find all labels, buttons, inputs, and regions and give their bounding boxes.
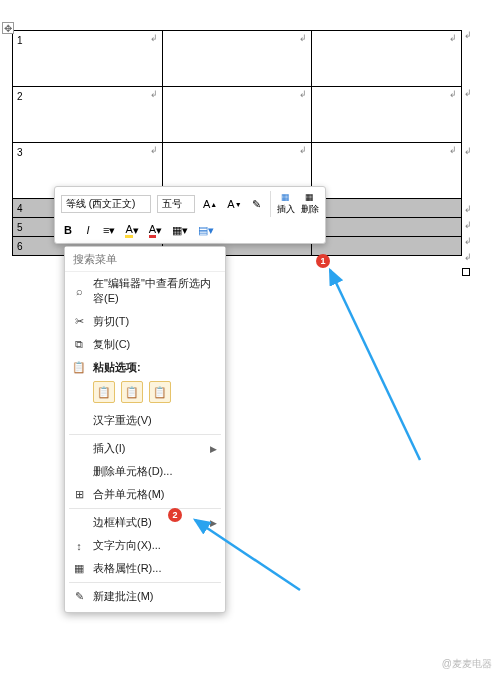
mini-toolbar: 等线 (西文正文) 五号 A▲ A▼ ✎ ▦ 插入 ▦ 删除 B I ≡▾ A▾… (54, 186, 326, 244)
para-mark-icon: ↲ (464, 88, 472, 98)
font-name-combo[interactable]: 等线 (西文正文) (61, 195, 151, 213)
paste-text-only[interactable]: 📋 (149, 381, 171, 403)
para-mark-icon: ↲ (464, 146, 472, 156)
search-icon: ⌕ (71, 285, 87, 297)
comment-icon: ✎ (71, 590, 87, 603)
para-mark-icon: ↲ (150, 33, 158, 43)
annotation-badge-2: 2 (168, 508, 182, 522)
menu-merge-cells[interactable]: ⊞ 合并单元格(M) (65, 483, 225, 506)
grow-font-button[interactable]: A▲ (201, 195, 219, 213)
scissors-icon: ✂ (71, 315, 87, 328)
cell-align-button[interactable]: ▤▾ (196, 221, 216, 239)
cell-number: 3 (17, 147, 23, 158)
para-mark-icon: ↲ (449, 145, 457, 155)
delete-button[interactable]: ▦ 删除 (301, 192, 319, 216)
insert-label: 插入 (277, 203, 295, 216)
para-mark-icon: ↲ (464, 252, 472, 262)
para-mark-icon: ↲ (464, 236, 472, 246)
para-mark-icon: ↲ (449, 33, 457, 43)
menu-separator (69, 508, 221, 509)
cell-number: 5 (17, 222, 23, 233)
svg-line-0 (330, 270, 420, 460)
menu-separator (69, 434, 221, 435)
para-mark-icon: ↲ (464, 220, 472, 230)
highlight-button[interactable]: A▾ (123, 221, 140, 239)
chevron-right-icon: ▶ (210, 518, 217, 528)
menu-border-style[interactable]: 边框样式(B) ▶ (65, 511, 225, 534)
para-mark-icon: ↲ (464, 30, 472, 40)
bold-button[interactable]: B (61, 221, 75, 239)
paste-merge-formatting[interactable]: 📋 (121, 381, 143, 403)
para-mark-icon: ↲ (299, 33, 307, 43)
shrink-font-button[interactable]: A▼ (225, 195, 243, 213)
menu-cut[interactable]: ✂ 剪切(T) (65, 310, 225, 333)
para-mark-icon: ↲ (464, 204, 472, 214)
grid-icon: ▦ (305, 192, 314, 202)
italic-button[interactable]: I (81, 221, 95, 239)
delete-label: 删除 (301, 203, 319, 216)
table-icon: ▦ (71, 562, 87, 575)
cell-number: 6 (17, 241, 23, 252)
para-mark-icon: ↲ (299, 145, 307, 155)
paste-keep-formatting[interactable]: 📋 (93, 381, 115, 403)
cell-number: 4 (17, 203, 23, 214)
copy-icon: ⧉ (71, 338, 87, 351)
menu-search-input[interactable] (65, 247, 225, 272)
menu-insert[interactable]: 插入(I) ▶ (65, 437, 225, 460)
menu-hanzi-reselect[interactable]: 汉字重选(V) (65, 409, 225, 432)
menu-paste-header: 📋 粘贴选项: (65, 356, 225, 379)
resize-handle-icon[interactable] (462, 268, 470, 276)
border-button[interactable]: ▦▾ (170, 221, 190, 239)
para-mark-icon: ↲ (449, 89, 457, 99)
menu-delete-cells[interactable]: 删除单元格(D)... (65, 460, 225, 483)
menu-new-comment[interactable]: ✎ 新建批注(M) (65, 585, 225, 608)
para-mark-icon: ↲ (150, 145, 158, 155)
menu-text-direction[interactable]: ↕ 文字方向(X)... (65, 534, 225, 557)
font-color-button[interactable]: A▾ (147, 221, 164, 239)
grid-icon: ⊞ (71, 488, 87, 501)
align-button[interactable]: ≡▾ (101, 221, 117, 239)
clipboard-icon: 📋 (71, 361, 87, 374)
insert-button[interactable]: ▦ 插入 (277, 192, 295, 216)
annotation-badge-1: 1 (316, 254, 330, 268)
watermark: @麦麦电器 (442, 657, 492, 671)
cell-number: 1 (17, 35, 23, 46)
font-size-combo[interactable]: 五号 (157, 195, 195, 213)
grid-icon: ▦ (281, 192, 290, 202)
table-row[interactable]: 1↲ ↲ ↲ (13, 31, 462, 87)
para-mark-icon: ↲ (299, 89, 307, 99)
format-painter-button[interactable]: ✎ (250, 195, 264, 213)
menu-view-in-editor[interactable]: ⌕ 在"编辑器"中查看所选内容(E) (65, 272, 225, 310)
chevron-right-icon: ▶ (210, 444, 217, 454)
context-menu: ⌕ 在"编辑器"中查看所选内容(E) ✂ 剪切(T) ⧉ 复制(C) 📋 粘贴选… (64, 246, 226, 613)
menu-separator (69, 582, 221, 583)
paste-options: 📋 📋 📋 (65, 379, 225, 409)
menu-table-properties[interactable]: ▦ 表格属性(R)... (65, 557, 225, 580)
table-row[interactable]: 2↲ ↲ ↲ (13, 87, 462, 143)
menu-copy[interactable]: ⧉ 复制(C) (65, 333, 225, 356)
cell-number: 2 (17, 91, 23, 102)
para-mark-icon: ↲ (150, 89, 158, 99)
separator (270, 191, 271, 217)
text-direction-icon: ↕ (71, 540, 87, 552)
